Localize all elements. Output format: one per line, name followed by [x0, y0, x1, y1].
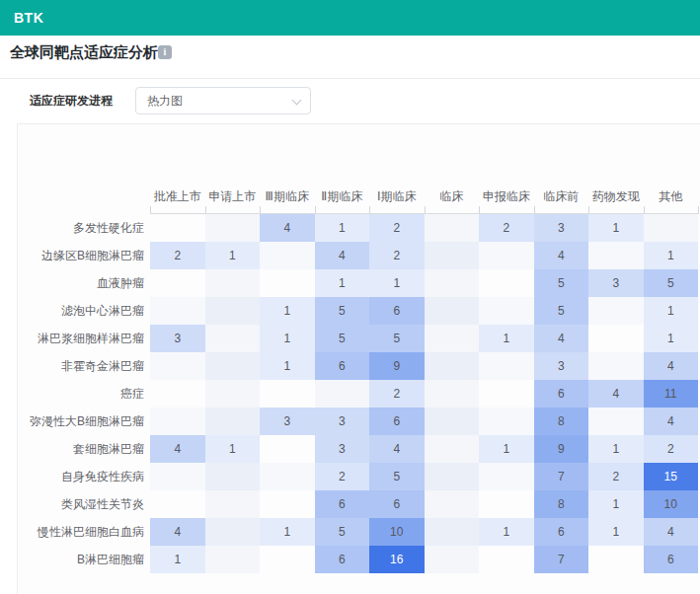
heatmap-cell[interactable]: 4 [150, 435, 205, 463]
heatmap-cell[interactable] [150, 408, 205, 435]
heatmap-cell[interactable]: 6 [315, 352, 370, 380]
heatmap-cell[interactable]: 8 [534, 490, 589, 518]
heatmap-cell[interactable] [588, 297, 644, 325]
heatmap-cell[interactable]: 3 [534, 214, 589, 242]
heatmap-cell[interactable]: 5 [369, 463, 425, 490]
heatmap-cell[interactable]: 6 [315, 490, 370, 518]
info-icon[interactable]: i [158, 45, 172, 59]
heatmap-cell[interactable]: 5 [369, 325, 425, 352]
heatmap-cell[interactable] [205, 380, 261, 408]
heatmap-cell[interactable]: 1 [479, 325, 534, 352]
heatmap-cell[interactable] [205, 214, 261, 242]
heatmap-cell[interactable] [260, 546, 315, 573]
heatmap-cell[interactable]: 7 [534, 546, 589, 573]
heatmap-cell[interactable]: 1 [479, 435, 534, 463]
heatmap-cell[interactable] [588, 242, 644, 269]
heatmap-cell[interactable]: 2 [369, 242, 425, 269]
heatmap-cell[interactable]: 1 [644, 297, 699, 325]
heatmap-cell[interactable] [425, 546, 480, 573]
heatmap-cell[interactable]: 1 [150, 546, 205, 573]
heatmap-cell[interactable]: 4 [534, 242, 589, 269]
heatmap-cell[interactable] [425, 269, 480, 297]
heatmap-cell[interactable] [205, 408, 261, 435]
heatmap-cell[interactable] [425, 463, 480, 490]
heatmap-cell[interactable] [588, 546, 644, 573]
heatmap-cell[interactable] [260, 242, 315, 269]
heatmap-cell[interactable] [479, 242, 534, 269]
heatmap-cell[interactable] [479, 546, 534, 573]
heatmap-cell[interactable]: 3 [150, 325, 205, 352]
heatmap-cell[interactable]: 2 [644, 435, 699, 463]
heatmap-cell[interactable]: 3 [315, 435, 370, 463]
heatmap-cell[interactable]: 4 [644, 518, 699, 546]
heatmap-cell[interactable]: 6 [644, 546, 699, 573]
heatmap-cell[interactable]: 1 [588, 435, 644, 463]
heatmap-cell[interactable] [479, 463, 534, 490]
heatmap-cell[interactable]: 4 [644, 352, 699, 380]
heatmap-cell[interactable]: 11 [644, 380, 699, 408]
heatmap-cell[interactable]: 7 [534, 463, 589, 490]
heatmap-cell[interactable]: 2 [369, 380, 425, 408]
heatmap-cell[interactable]: 3 [260, 408, 315, 435]
heatmap-cell[interactable]: 4 [534, 325, 589, 352]
heatmap-cell[interactable] [205, 463, 261, 490]
heatmap-cell[interactable] [150, 297, 205, 325]
heatmap-cell[interactable]: 6 [369, 408, 425, 435]
heatmap-cell[interactable] [150, 214, 205, 242]
heatmap-cell[interactable] [150, 269, 205, 297]
heatmap-cell[interactable]: 2 [150, 242, 205, 269]
heatmap-cell[interactable]: 2 [315, 463, 370, 490]
heatmap-cell[interactable]: 1 [588, 214, 644, 242]
heatmap-cell[interactable]: 2 [369, 214, 425, 242]
heatmap-cell[interactable] [150, 352, 205, 380]
heatmap-cell[interactable] [205, 269, 261, 297]
heatmap-cell[interactable]: 10 [369, 518, 425, 546]
heatmap-cell[interactable] [150, 490, 205, 518]
heatmap-cell[interactable]: 1 [644, 242, 699, 269]
heatmap-cell[interactable]: 1 [205, 435, 261, 463]
heatmap-cell[interactable]: 6 [369, 490, 425, 518]
heatmap-cell[interactable]: 3 [588, 269, 644, 297]
heatmap-cell[interactable] [150, 463, 205, 490]
heatmap-cell[interactable] [260, 463, 315, 490]
heatmap-cell[interactable] [479, 490, 534, 518]
heatmap-cell[interactable] [260, 435, 315, 463]
heatmap-cell[interactable]: 5 [534, 297, 589, 325]
heatmap-cell[interactable]: 16 [369, 546, 425, 573]
heatmap-cell[interactable] [205, 297, 261, 325]
heatmap-cell[interactable] [315, 380, 370, 408]
heatmap-cell[interactable] [588, 325, 644, 352]
chart-type-select[interactable]: 热力图 [135, 87, 311, 114]
heatmap-cell[interactable]: 9 [534, 435, 589, 463]
heatmap-cell[interactable]: 10 [644, 490, 699, 518]
heatmap-cell[interactable]: 1 [315, 269, 370, 297]
heatmap-cell[interactable]: 4 [315, 242, 370, 269]
heatmap-cell[interactable] [205, 546, 261, 573]
heatmap-cell[interactable]: 4 [644, 408, 699, 435]
heatmap-cell[interactable] [425, 435, 480, 463]
heatmap-cell[interactable]: 5 [644, 269, 699, 297]
heatmap-cell[interactable] [260, 380, 315, 408]
heatmap-cell[interactable]: 4 [150, 518, 205, 546]
heatmap-cell[interactable] [479, 352, 534, 380]
heatmap-cell[interactable] [205, 352, 261, 380]
heatmap-cell[interactable]: 1 [260, 352, 315, 380]
heatmap-cell[interactable]: 1 [205, 242, 261, 269]
heatmap-cell[interactable] [150, 380, 205, 408]
heatmap-cell[interactable]: 1 [588, 490, 644, 518]
heatmap-cell[interactable]: 4 [588, 380, 644, 408]
heatmap-cell[interactable]: 5 [315, 325, 370, 352]
heatmap-cell[interactable] [425, 297, 480, 325]
heatmap-cell[interactable] [479, 269, 534, 297]
heatmap-cell[interactable]: 15 [644, 463, 699, 490]
heatmap-cell[interactable]: 6 [369, 297, 425, 325]
heatmap-cell[interactable] [425, 380, 480, 408]
heatmap-cell[interactable] [425, 352, 480, 380]
heatmap-cell[interactable] [588, 352, 644, 380]
heatmap-cell[interactable]: 2 [588, 463, 644, 490]
heatmap-cell[interactable]: 3 [315, 408, 370, 435]
heatmap-cell[interactable] [425, 242, 480, 269]
heatmap-cell[interactable] [425, 490, 480, 518]
heatmap-cell[interactable]: 8 [534, 408, 589, 435]
heatmap-cell[interactable]: 6 [534, 518, 589, 546]
